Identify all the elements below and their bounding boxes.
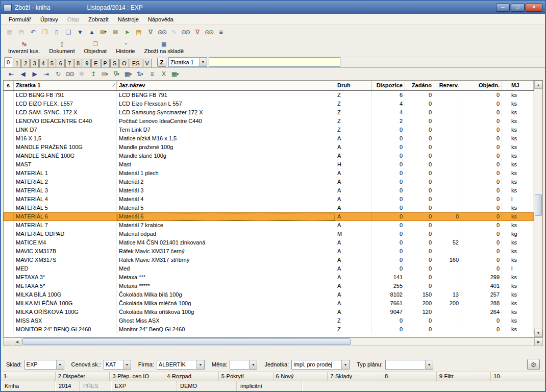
- table-row[interactable]: MAST Mast H 0 0 0 ks: [4, 160, 534, 169]
- table-row[interactable]: MILKA BÍLÁ 100G Čokoláda Milka bílá 100g…: [4, 290, 534, 299]
- record-filter-tab[interactable]: V: [143, 59, 152, 67]
- record-filter-tab[interactable]: E: [91, 59, 100, 67]
- inverzni-kus-button[interactable]: ↹ Inverzní kus.: [5, 39, 43, 56]
- column-header-zkratka[interactable]: Zkratka 1 ∕: [14, 81, 117, 90]
- table-row[interactable]: LENOVO IDEACENTRE C440 Počítač Lenovo Id…: [4, 117, 534, 126]
- excel-export-icon[interactable]: X ▾: [158, 69, 169, 79]
- function-key[interactable]: 10-: [491, 372, 545, 381]
- filter-combo[interactable]: EXP ▾: [24, 360, 64, 370]
- record-filter-tab[interactable]: 1: [13, 59, 21, 67]
- function-key[interactable]: 1-: [1, 372, 56, 381]
- function-key[interactable]: 3-Přep. cen IO: [110, 372, 164, 381]
- table-row[interactable]: MANDLE SLANÉ 100G Mandle slané 100g A 0 …: [4, 152, 534, 160]
- table-row[interactable]: MATERIÁL 7 Materiál 7 krabice A 0 0 0 ks: [4, 221, 534, 230]
- send-mail-menu-icon[interactable]: ✉ ▾: [97, 27, 109, 37]
- undo-icon[interactable]: ↶ ▾: [27, 27, 38, 37]
- historie-button[interactable]: ◔ Historie: [113, 39, 138, 56]
- record-filter-tab[interactable]: 8: [74, 59, 82, 67]
- column-header-rezerv[interactable]: Rezerv.: [434, 81, 461, 90]
- find-next-icon[interactable]: ⊙⊙ ▾: [203, 27, 214, 37]
- scroll-up-icon[interactable]: ▲: [534, 81, 542, 89]
- table-row[interactable]: MATERIÁL ODPAD Materiál odpad M 0 0 0 kg: [4, 230, 534, 238]
- filter-clear-icon[interactable]: ∇ ▾: [191, 27, 203, 37]
- mail-icon[interactable]: ✉ ▾: [109, 27, 120, 37]
- filter-combo[interactable]: KAT ▾: [104, 360, 131, 370]
- function-key[interactable]: 6-Nový: [274, 372, 328, 381]
- menu-item[interactable]: Zobrazit: [84, 15, 113, 24]
- copy-record-icon[interactable]: ❏ ▾: [62, 27, 73, 37]
- function-key[interactable]: 9-Filtr: [437, 372, 491, 381]
- settings-gear-button[interactable]: ⚙: [527, 359, 540, 370]
- record-filter-tab[interactable]: 0: [4, 57, 12, 67]
- pane-grip[interactable]: [3, 337, 12, 346]
- filter-icon[interactable]: ∇ ▾: [144, 27, 156, 37]
- function-key[interactable]: 2-Dispečer: [56, 372, 110, 381]
- column-header-dispozice[interactable]: Dispozice: [372, 81, 405, 90]
- pin-icon[interactable]: ✽ ▾: [76, 69, 87, 79]
- column-header-druh[interactable]: Druh: [335, 81, 372, 90]
- function-key[interactable]: 4-Rozpad: [164, 372, 219, 381]
- horizontal-scrollbar[interactable]: ◀ ▶: [13, 337, 543, 346]
- find-column-icon[interactable]: ⊙⊙ ▾: [180, 27, 191, 37]
- table-row[interactable]: LCD SAM. SYNC. 172 X LCD Samsung Syncmas…: [4, 108, 534, 117]
- search-column-combo[interactable]: Zkratka 1 ▾: [168, 57, 207, 67]
- zbozi-na-sklade-button[interactable]: ▦ Zboží na skladě: [141, 39, 187, 56]
- column-header-mj[interactable]: MJ: [502, 81, 534, 90]
- record-filter-tab[interactable]: 7: [65, 59, 73, 67]
- record-filter-tab[interactable]: 2: [21, 59, 30, 67]
- table-row[interactable]: MILKA MLÉČNÁ 100G Čokoláda Milka mléčná …: [4, 299, 534, 308]
- filter-combo[interactable]: ▾: [385, 360, 433, 370]
- table-row[interactable]: MATERIÁL 1 Materiál 1 plech A 0 0 0 ks: [4, 169, 534, 178]
- record-filter-tab[interactable]: S: [110, 59, 119, 67]
- menu-item[interactable]: Nástroje: [113, 15, 143, 24]
- horizontal-scroll-thumb[interactable]: [22, 338, 351, 345]
- table-row[interactable]: MANDLE PRAŽENÉ 100G Mandle pražené 100g …: [4, 143, 534, 152]
- vertical-scroll-thumb[interactable]: [535, 194, 542, 216]
- filter-combo[interactable]: ▾: [230, 360, 257, 370]
- function-key[interactable]: 7-Sklady: [328, 372, 382, 381]
- find-icon[interactable]: ⊙⊙ ▾: [156, 27, 167, 37]
- table-row[interactable]: MILKA OŘÍŠKOVÁ 100G Čokoláda Milka oříšk…: [4, 308, 534, 316]
- move-up-icon[interactable]: ▲ ▾: [86, 27, 97, 37]
- menu-item[interactable]: Formulář: [4, 15, 36, 24]
- table-row[interactable]: LINK D7 Tern Link D7 Z 0 0 0 ks: [4, 126, 534, 134]
- record-filter-tab[interactable]: P: [101, 59, 110, 67]
- save-close-icon[interactable]: ▤ ▾: [15, 27, 27, 37]
- table-row[interactable]: M16 X 1,5 Matice nízká M16 x 1,5 A 0 0 0…: [4, 134, 534, 143]
- table-row[interactable]: MATERIÁL 5 Materiál 5 A 0 0 0 ks: [4, 204, 534, 212]
- z-button[interactable]: Z: [157, 58, 166, 67]
- scroll-left-icon[interactable]: ◀: [13, 338, 21, 346]
- table-row[interactable]: MONITOR 24" BENQ GL2460 Monitor 24" BenQ…: [4, 325, 534, 334]
- move-down-icon[interactable]: ▼ ▾: [74, 27, 85, 37]
- save-icon[interactable]: ▦ ▾: [4, 27, 15, 37]
- function-key[interactable]: 8-: [382, 372, 437, 381]
- close-button[interactable]: ✕: [526, 4, 542, 12]
- prev-record-icon[interactable]: ◀ ▾: [17, 69, 28, 79]
- column-header-s[interactable]: s: [4, 81, 14, 90]
- record-filter-tab[interactable]: 3: [30, 59, 38, 67]
- horizontal-scroll-track[interactable]: [21, 338, 534, 346]
- record-filter-tab[interactable]: 6: [57, 59, 65, 67]
- vertical-scroll-track[interactable]: [534, 89, 542, 329]
- record-filter-tab[interactable]: 9: [83, 59, 91, 67]
- table-row[interactable]: MAVIC XM317S Ráfek Mavic XM317 stříbrný …: [4, 256, 534, 264]
- menu-item[interactable]: Olap: [63, 15, 84, 24]
- open-folder-icon[interactable]: ❐ ▾: [39, 27, 50, 37]
- filter-combo[interactable]: ALBERTÍK ▾: [157, 360, 205, 370]
- table-row[interactable]: MATICE M4 Matice M4 ČSN 021401 zinkovaná…: [4, 238, 534, 247]
- first-record-icon[interactable]: ⇤ ▾: [5, 69, 16, 79]
- function-key[interactable]: 5-Pokrytí: [219, 372, 274, 381]
- list-view-icon[interactable]: ≡ ▾: [146, 69, 157, 79]
- sort-menu-icon[interactable]: ⇅ ▾: [134, 69, 145, 79]
- table-row[interactable]: MISS ASX Ghost Miss ASX Z 0 0 0 ks: [4, 316, 534, 325]
- find-records-icon[interactable]: ⊙⊙ ▾: [64, 69, 75, 79]
- table-row[interactable]: MAVIC XM317B Ráfek Mavic XM317 černý A 0…: [4, 247, 534, 256]
- record-filter-tab[interactable]: ES: [130, 59, 142, 67]
- menu-item[interactable]: Nápověda: [143, 15, 178, 24]
- table-menu-icon[interactable]: ▦ ▾: [169, 69, 181, 79]
- scroll-right-icon[interactable]: ▶: [534, 338, 542, 346]
- objednat-button[interactable]: ❒ Objednat: [81, 39, 110, 56]
- promote-icon[interactable]: ↥ ▾: [87, 69, 98, 79]
- table-row[interactable]: METAXA 5* Metaxa ***** A 255 0 401 ks: [4, 282, 534, 290]
- edit-icon[interactable]: ✎ ▾: [168, 27, 179, 37]
